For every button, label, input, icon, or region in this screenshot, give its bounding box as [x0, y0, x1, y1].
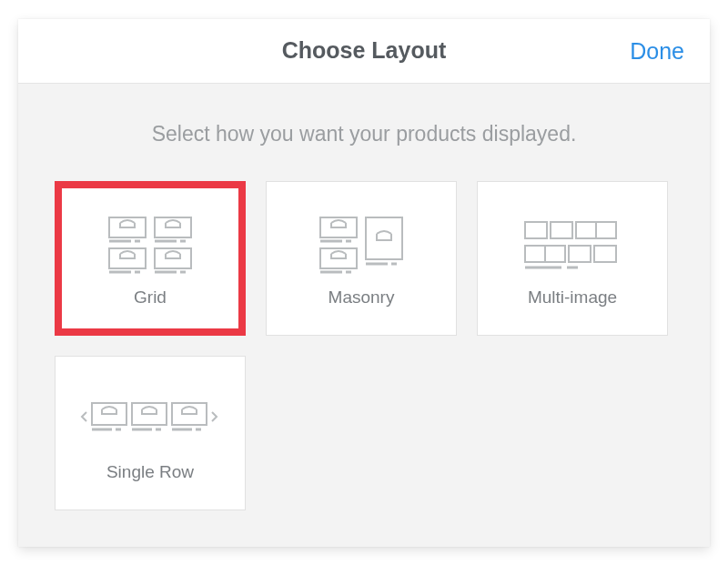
layout-option-grid[interactable]: Grid — [55, 181, 246, 336]
layout-options: Grid — [55, 181, 673, 510]
single-row-layout-icon — [77, 384, 223, 457]
svg-rect-18 — [366, 217, 402, 259]
multi-image-layout-icon — [518, 209, 627, 282]
panel-title: Choose Layout — [18, 37, 710, 64]
svg-rect-22 — [551, 222, 572, 238]
option-label: Grid — [134, 288, 167, 308]
choose-layout-panel: Choose Layout Done Select how you want y… — [18, 19, 710, 547]
masonry-layout-icon — [311, 209, 411, 282]
option-label: Masonry — [329, 288, 395, 308]
done-button[interactable]: Done — [630, 37, 684, 64]
layout-option-masonry[interactable]: Masonry — [266, 181, 457, 336]
panel-subtitle: Select how you want your products displa… — [55, 122, 673, 146]
svg-rect-28 — [594, 246, 616, 262]
option-label: Single Row — [106, 462, 194, 482]
option-label: Multi-image — [528, 288, 617, 308]
panel-content: Select how you want your products displa… — [18, 84, 710, 547]
layout-option-multi-image[interactable]: Multi-image — [477, 181, 668, 336]
svg-rect-21 — [525, 222, 547, 238]
svg-rect-27 — [569, 246, 591, 262]
grid-layout-icon — [100, 209, 200, 282]
panel-header: Choose Layout Done — [18, 19, 710, 84]
layout-option-single-row[interactable]: Single Row — [55, 356, 246, 510]
